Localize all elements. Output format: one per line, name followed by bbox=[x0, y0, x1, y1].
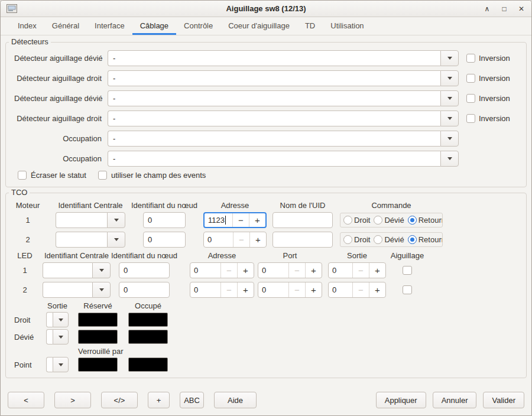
next-button[interactable]: > bbox=[54, 392, 91, 408]
minus-button[interactable]: − bbox=[288, 282, 305, 297]
noeud-field[interactable]: 0 bbox=[143, 232, 186, 248]
noeud-field[interactable]: 0 bbox=[143, 212, 186, 228]
tab-coeur-aiguillage[interactable]: Coeur d'aiguillage bbox=[220, 17, 297, 35]
occupation-combobox-value[interactable]: - bbox=[108, 151, 440, 167]
plus-button[interactable]: + bbox=[237, 282, 254, 297]
verrouille-occupe-color-button[interactable] bbox=[128, 358, 168, 372]
radio-retourner[interactable] bbox=[408, 216, 417, 225]
sortie-combobox-value[interactable] bbox=[46, 329, 53, 344]
port-spinbox-value[interactable]: 0 bbox=[258, 282, 288, 297]
inversion-checkbox[interactable] bbox=[466, 94, 475, 103]
inversion-checkbox[interactable] bbox=[466, 74, 475, 83]
minus-button[interactable]: − bbox=[220, 282, 237, 297]
help-button[interactable]: Aide bbox=[214, 392, 257, 408]
plus-button[interactable]: + bbox=[305, 263, 322, 278]
minus-button[interactable]: − bbox=[352, 282, 369, 297]
detector-combobox-value[interactable]: - bbox=[108, 70, 440, 86]
adresse-spinbox[interactable]: 0 − + bbox=[203, 232, 267, 248]
apply-button[interactable]: Appliquer bbox=[376, 392, 426, 408]
xml-button[interactable]: </> bbox=[101, 392, 138, 408]
detector-combobox-dropdown-button[interactable] bbox=[440, 90, 459, 106]
noeud-field[interactable]: 0 bbox=[119, 282, 170, 298]
aiguillage-checkbox[interactable] bbox=[403, 285, 412, 294]
occupation-combobox[interactable]: - bbox=[108, 151, 459, 167]
utiliser-champ-events-checkbox[interactable] bbox=[98, 171, 107, 180]
add-button[interactable]: + bbox=[148, 392, 170, 408]
sortie-combobox-dropdown-button[interactable] bbox=[53, 357, 69, 372]
noeud-field[interactable]: 0 bbox=[119, 262, 170, 278]
radio-retourner[interactable] bbox=[408, 235, 417, 244]
occupation-combobox-dropdown-button[interactable] bbox=[440, 151, 459, 167]
adresse-spinbox-value[interactable]: 0 bbox=[190, 263, 220, 278]
occupation-combobox-value[interactable]: - bbox=[108, 131, 440, 147]
centrale-combobox-value[interactable] bbox=[56, 232, 107, 248]
centrale-combobox[interactable] bbox=[43, 282, 111, 298]
detector-combobox-dropdown-button[interactable] bbox=[440, 70, 459, 86]
sortie-combobox[interactable] bbox=[46, 329, 69, 344]
sortie-spinbox[interactable]: 0 − + bbox=[328, 262, 386, 278]
tab-td[interactable]: TD bbox=[297, 17, 323, 35]
sortie-spinbox-value[interactable]: 0 bbox=[329, 263, 352, 278]
plus-button[interactable]: + bbox=[249, 213, 265, 227]
plus-button[interactable]: + bbox=[369, 263, 385, 278]
radio-devie[interactable] bbox=[374, 235, 382, 244]
sortie-spinbox[interactable]: 0 − + bbox=[328, 282, 386, 298]
validate-button[interactable]: Valider bbox=[483, 392, 524, 408]
occupation-combobox-dropdown-button[interactable] bbox=[440, 131, 459, 147]
adresse-spinbox[interactable]: 0 − + bbox=[190, 282, 254, 298]
tab-controle[interactable]: Contrôle bbox=[176, 17, 220, 35]
detector-combobox-dropdown-button[interactable] bbox=[440, 110, 459, 126]
centrale-combobox-dropdown-button[interactable] bbox=[107, 232, 125, 248]
centrale-combobox-dropdown-button[interactable] bbox=[92, 282, 111, 298]
sortie-spinbox-value[interactable]: 0 bbox=[329, 282, 352, 297]
occupe-color-button[interactable] bbox=[128, 330, 168, 344]
detector-combobox[interactable]: - bbox=[108, 50, 459, 66]
port-spinbox[interactable]: 0 − + bbox=[258, 282, 322, 298]
sortie-combobox-value[interactable] bbox=[46, 312, 53, 327]
sortie-combobox[interactable] bbox=[46, 357, 69, 372]
tab-cablage[interactable]: Câblage bbox=[132, 17, 176, 35]
detector-combobox[interactable]: - bbox=[108, 90, 459, 106]
detector-combobox-dropdown-button[interactable] bbox=[440, 50, 459, 66]
plus-button[interactable]: + bbox=[237, 263, 254, 278]
occupe-color-button[interactable] bbox=[128, 313, 168, 327]
sortie-combobox-value[interactable] bbox=[46, 357, 53, 372]
tab-utilisation[interactable]: Utilisation bbox=[323, 17, 371, 35]
cancel-button[interactable]: Annuler bbox=[433, 392, 477, 408]
window-maximize-button maximize-icon[interactable]: □ bbox=[500, 5, 508, 13]
reserve-color-button[interactable] bbox=[78, 330, 118, 344]
centrale-combobox[interactable] bbox=[56, 232, 125, 248]
nom-uid-field[interactable] bbox=[273, 212, 333, 228]
tab-index[interactable]: Index bbox=[10, 17, 44, 35]
plus-button[interactable]: + bbox=[305, 282, 322, 297]
centrale-combobox-value[interactable] bbox=[56, 212, 107, 228]
radio-droit[interactable] bbox=[343, 235, 352, 244]
centrale-combobox-dropdown-button[interactable] bbox=[92, 262, 111, 278]
ecraser-statut-checkbox[interactable] bbox=[18, 171, 27, 180]
adresse-spinbox-value[interactable]: 1123 bbox=[205, 213, 232, 227]
minus-button[interactable]: − bbox=[288, 263, 305, 278]
window-close-button close-icon[interactable]: ✕ bbox=[517, 5, 525, 13]
adresse-spinbox-value[interactable]: 0 bbox=[190, 282, 220, 297]
aiguillage-checkbox[interactable] bbox=[403, 266, 412, 275]
minus-button[interactable]: − bbox=[352, 263, 369, 278]
centrale-combobox[interactable] bbox=[56, 212, 125, 228]
adresse-spinbox[interactable]: 1123 − + bbox=[203, 212, 267, 228]
plus-button[interactable]: + bbox=[249, 232, 266, 247]
tab-general[interactable]: Général bbox=[44, 17, 87, 35]
occupation-combobox[interactable]: - bbox=[108, 131, 459, 147]
adresse-spinbox-value[interactable]: 0 bbox=[204, 232, 233, 247]
detector-combobox-value[interactable]: - bbox=[108, 110, 440, 126]
minus-button[interactable]: − bbox=[232, 213, 249, 227]
detector-combobox[interactable]: - bbox=[108, 110, 459, 126]
previous-button[interactable]: < bbox=[8, 392, 44, 408]
port-spinbox[interactable]: 0 − + bbox=[258, 262, 322, 278]
centrale-combobox-value[interactable] bbox=[43, 262, 92, 278]
inversion-checkbox[interactable] bbox=[466, 54, 475, 63]
radio-droit[interactable] bbox=[343, 216, 352, 225]
centrale-combobox-dropdown-button[interactable] bbox=[107, 212, 125, 228]
sortie-combobox-dropdown-button[interactable] bbox=[53, 329, 69, 344]
detector-combobox-value[interactable]: - bbox=[108, 50, 440, 66]
radio-devie[interactable] bbox=[374, 216, 382, 225]
reserve-color-button[interactable] bbox=[78, 313, 118, 327]
